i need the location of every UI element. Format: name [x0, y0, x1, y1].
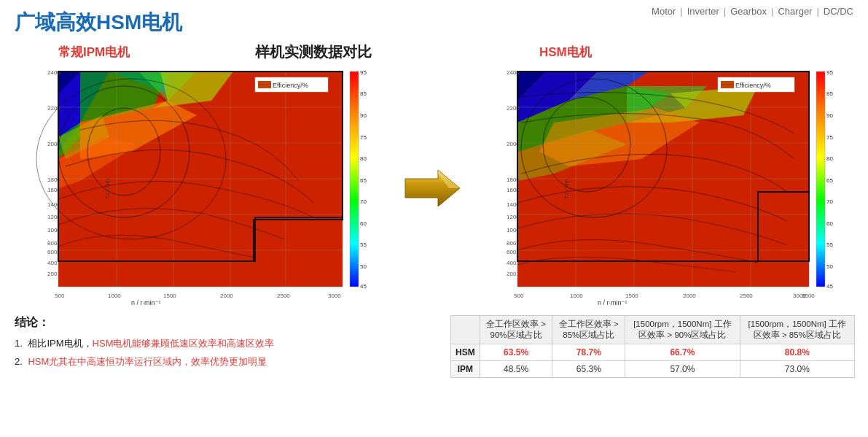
svg-text:50: 50: [826, 263, 833, 270]
svg-text:500: 500: [514, 293, 524, 299]
svg-text:Efficiency/%: Efficiency/%: [273, 82, 308, 89]
sep4: |: [816, 6, 818, 17]
conclusion-num-2: 2.: [15, 356, 25, 367]
table-row-hsm: HSM 63.5% 78.7% 66.7% 80.8%: [451, 344, 855, 361]
svg-text:75: 75: [360, 134, 367, 141]
nav-charger[interactable]: Charger: [778, 6, 812, 17]
table-header-col2: 全工作区效率 > 85%区域占比: [552, 316, 625, 344]
svg-text:90: 90: [360, 112, 367, 119]
svg-text:800: 800: [47, 240, 58, 247]
svg-text:n / r·min⁻¹: n / r·min⁻¹: [131, 299, 161, 305]
top-nav: Motor | Inverter | Gearbox | Charger | D…: [652, 6, 853, 17]
svg-text:85: 85: [826, 90, 833, 97]
svg-text:45: 45: [360, 283, 367, 290]
svg-rect-29: [350, 71, 359, 287]
table-cell-ipm-col3: 57.0%: [625, 361, 740, 378]
main-title: 广域高效HSM电机: [15, 9, 182, 36]
svg-text:Tz / Nm: Tz / Nm: [563, 179, 570, 199]
nav-motor[interactable]: Motor: [652, 6, 676, 17]
svg-text:600: 600: [47, 249, 58, 255]
hsm-label: HSM电机: [539, 44, 592, 61]
nav-dcdc[interactable]: DC/DC: [824, 6, 853, 17]
data-table-container: 全工作区效率 > 90%区域占比 全工作区效率 > 85%区域占比 [1500r…: [450, 315, 855, 378]
conclusion-num-1: 1.: [15, 338, 25, 349]
table-cell-ipm-col4: 73.0%: [740, 361, 854, 378]
svg-text:45: 45: [826, 283, 833, 290]
conclusion-highlight-1: HSM电机能够兼顾低速区效率和高速区效率: [93, 338, 275, 349]
table-cell-ipm-col2: 65.3%: [552, 361, 625, 378]
svg-text:55: 55: [360, 241, 367, 248]
svg-text:n / r·min⁻¹: n / r·min⁻¹: [598, 299, 627, 305]
sep3: |: [771, 6, 773, 17]
nav-inverter[interactable]: Inverter: [687, 6, 719, 17]
svg-text:200: 200: [47, 271, 58, 277]
table-row-ipm: IPM 48.5% 65.3% 57.0% 73.0%: [451, 361, 855, 378]
svg-text:600: 600: [507, 249, 517, 255]
table-cell-hsm-label: HSM: [451, 344, 480, 361]
svg-text:65: 65: [360, 177, 367, 184]
table-cell-hsm-col4: 80.8%: [740, 344, 854, 361]
conclusion-highlight-2: HSM尤其在中高速恒功率运行区域内，效率优势更加明显: [28, 356, 267, 367]
svg-text:1000: 1000: [108, 293, 121, 299]
sep2: |: [724, 6, 726, 17]
table-cell-hsm-col1: 63.5%: [480, 344, 552, 361]
chart-left: 100kW 1200Nm Motor EFF.: [22, 64, 386, 305]
svg-text:70: 70: [360, 198, 367, 205]
svg-text:800: 800: [507, 240, 517, 247]
svg-text:500: 500: [55, 293, 65, 299]
table-header-row: 全工作区效率 > 90%区域占比 全工作区效率 > 85%区域占比 [1500r…: [451, 316, 855, 344]
table-header-col4: [1500rpm，1500Nm] 工作区效率 > 85%区域占比: [740, 316, 854, 344]
table-cell-hsm-col3: 66.7%: [625, 344, 740, 361]
section-title: 样机实测数据对比: [255, 42, 372, 62]
svg-text:80: 80: [360, 155, 367, 162]
conclusions-title: 结论：: [15, 315, 437, 330]
chart-right: 100kW 1200Nm Motor EFF.: [481, 64, 853, 305]
forward-arrow: [399, 159, 465, 217]
svg-text:70: 70: [826, 198, 833, 205]
table-header-col1: 全工作区效率 > 90%区域占比: [480, 316, 552, 344]
svg-text:3000: 3000: [328, 293, 341, 299]
svg-text:Tz / Nm: Tz / Nm: [104, 179, 111, 199]
svg-text:75: 75: [826, 134, 833, 141]
svg-text:2500: 2500: [277, 293, 290, 299]
svg-text:80: 80: [826, 155, 833, 162]
sep1: |: [680, 6, 682, 17]
table-cell-hsm-col2: 78.7%: [552, 344, 625, 361]
svg-text:65: 65: [826, 177, 833, 184]
conclusions-section: 结论： 1. 相比IPM电机，HSM电机能够兼顾低速区效率和高速区效率 2. H…: [15, 315, 437, 372]
svg-text:400: 400: [507, 260, 517, 266]
svg-text:2000: 2000: [683, 293, 696, 299]
svg-text:2000: 2000: [220, 293, 233, 299]
svg-text:1000: 1000: [570, 293, 583, 299]
svg-text:3500: 3500: [802, 293, 815, 299]
conclusion-item-1: 1. 相比IPM电机，HSM电机能够兼顾低速区效率和高速区效率: [15, 336, 437, 351]
svg-text:90: 90: [826, 112, 833, 119]
table-header-label: [451, 316, 480, 344]
svg-text:50: 50: [360, 263, 367, 270]
svg-text:85: 85: [360, 90, 367, 97]
ipm-label: 常规IPM电机: [58, 44, 130, 61]
efficiency-table: 全工作区效率 > 90%区域占比 全工作区效率 > 85%区域占比 [1500r…: [450, 315, 855, 378]
conclusion-item-2: 2. HSM尤其在中高速恒功率运行区域内，效率优势更加明显: [15, 355, 437, 369]
svg-text:200: 200: [507, 271, 517, 277]
svg-text:60: 60: [360, 220, 367, 227]
svg-text:1500: 1500: [163, 293, 176, 299]
nav-gearbox[interactable]: Gearbox: [730, 6, 767, 17]
svg-text:Efficiency/%: Efficiency/%: [735, 82, 771, 89]
svg-text:95: 95: [826, 69, 833, 76]
svg-text:55: 55: [826, 241, 833, 248]
table-cell-ipm-label: IPM: [451, 361, 480, 378]
svg-rect-95: [816, 71, 825, 287]
svg-text:400: 400: [47, 260, 58, 266]
svg-text:1500: 1500: [625, 293, 638, 299]
table-header-col3: [1500rpm，1500Nm] 工作区效率 > 90%区域占比: [625, 316, 740, 344]
svg-text:2500: 2500: [740, 293, 753, 299]
svg-text:95: 95: [360, 69, 367, 76]
svg-text:60: 60: [826, 220, 833, 227]
table-cell-ipm-col1: 48.5%: [480, 361, 552, 378]
